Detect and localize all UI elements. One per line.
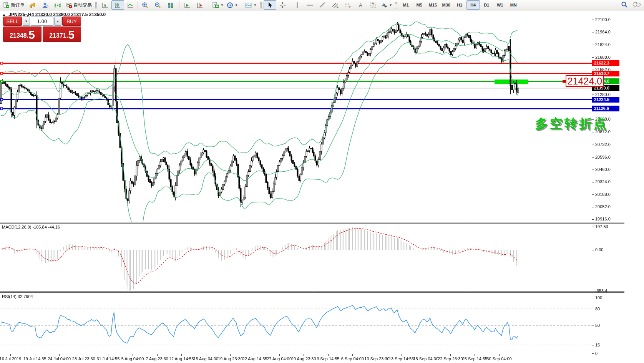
date-label: 27 Aug 04:00 — [267, 356, 292, 361]
timeframe-MN[interactable]: MN — [507, 0, 520, 10]
arrows-button[interactable]: ▼ — [380, 0, 394, 10]
toolbar-right — [621, 0, 641, 10]
volume-up-button[interactable]: ▲ — [54, 17, 61, 26]
megaphone-icon — [29, 2, 36, 8]
line-chart-button[interactable] — [124, 0, 137, 10]
signals-button[interactable] — [51, 0, 64, 10]
cursor-button[interactable] — [264, 0, 276, 10]
timeframe-M1[interactable]: M1 — [399, 0, 413, 10]
text-button[interactable]: A — [354, 0, 367, 10]
toolbar-group-objects: E F A T ▼ — [263, 0, 395, 10]
buy-price-main: 21371. — [49, 31, 68, 41]
new-order-button[interactable]: 新订单 — [2, 0, 26, 10]
toolbar-handle2 — [260, 2, 262, 8]
svg-text:T: T — [372, 3, 375, 8]
hline-price-tag: 21126.6 — [592, 106, 619, 111]
price-tick: 21280.0 — [595, 92, 611, 97]
price-tick: 21824.0 — [595, 42, 611, 47]
indicators-button[interactable]: ▼ — [211, 0, 225, 10]
date-label: 3 Sep 14:55 — [317, 356, 339, 361]
trendline-button[interactable] — [316, 0, 329, 10]
timeframe-H1[interactable]: H1 — [453, 0, 466, 10]
zoom-out-button[interactable] — [151, 0, 164, 10]
tile-windows-button[interactable] — [164, 0, 177, 10]
horizontal-line-button[interactable] — [304, 0, 316, 10]
timeframe-D1[interactable]: D1 — [480, 0, 493, 10]
macd-label: MACD(12,26,9) -105.84 -44.16 — [2, 225, 60, 229]
arrows-caret-icon: ▼ — [389, 3, 392, 7]
signals-icon — [55, 2, 61, 8]
candlestick-chart-button[interactable] — [111, 0, 124, 10]
timeframe-W1[interactable]: W1 — [493, 0, 507, 10]
crosshair-button[interactable] — [276, 0, 289, 10]
date-label: 30 Sep 04:00 — [486, 356, 511, 361]
rsi-tick: 50 — [595, 323, 600, 328]
new-order-icon — [3, 2, 10, 8]
date-label: 22 Aug 14:55 — [242, 356, 267, 361]
price-tick: 19916.0 — [595, 217, 611, 221]
templates-caret-icon: ▼ — [254, 3, 257, 7]
timeframe-H4[interactable]: H4 — [466, 0, 480, 10]
periods-caret-icon: ▼ — [235, 3, 238, 7]
timeframe-M5[interactable]: M5 — [413, 0, 426, 10]
timeframe-M30[interactable]: M30 — [440, 0, 453, 10]
chat-icon[interactable] — [632, 1, 641, 10]
chart-shift-button[interactable] — [194, 0, 206, 10]
chart-canvas[interactable] — [0, 0, 644, 363]
toolbar-handle3 — [395, 2, 397, 8]
date-label: 16 Jul 2019 — [0, 356, 21, 361]
svg-text:A: A — [359, 2, 362, 8]
toolbar-handle — [95, 2, 97, 8]
toolbar-group-timeframes: M1M5M15M30H1H4D1W1MN — [398, 0, 522, 10]
vertical-line-button[interactable] — [291, 0, 304, 10]
price-callout[interactable]: 21424.0 — [566, 75, 604, 87]
search-icon[interactable] — [621, 1, 628, 10]
zoom-in-icon — [142, 2, 148, 8]
templates-icon — [245, 2, 252, 8]
auto-scroll-button[interactable] — [181, 0, 194, 10]
channel-icon: E — [332, 2, 339, 8]
community-button[interactable] — [39, 0, 51, 10]
chart-shift-icon — [197, 2, 203, 8]
volume-down-button[interactable]: ▼ — [23, 17, 30, 26]
indicators-icon — [212, 2, 219, 8]
zoom-in-button[interactable] — [139, 0, 151, 10]
price-tick: 22100.0 — [595, 17, 611, 22]
rsi-tick: 100 — [595, 295, 602, 300]
bar-chart-button[interactable] — [99, 0, 111, 10]
bar-chart-icon — [102, 2, 108, 8]
date-label: 12 Aug 14:55 — [169, 356, 194, 361]
buy-button[interactable]: BUY — [62, 17, 81, 26]
templates-button[interactable]: ▼ — [244, 0, 258, 10]
rsi-tick: 15 — [595, 343, 600, 347]
autotrade-label: 自动交易 — [73, 2, 92, 8]
timeframe-M15[interactable]: M15 — [426, 0, 440, 10]
autotrade-button[interactable]: 自动交易 — [64, 0, 93, 10]
periods-button[interactable]: ▼ — [225, 0, 239, 10]
periods-clock-icon — [227, 2, 233, 8]
fibonacci-button[interactable]: F — [342, 0, 354, 10]
sell-button[interactable]: SELL — [3, 17, 22, 26]
text-label-button[interactable]: T — [367, 0, 380, 10]
news-button[interactable] — [26, 0, 39, 10]
equidistant-channel-button[interactable]: E — [329, 0, 342, 10]
macd-tick: -353.4 — [595, 288, 607, 293]
date-label: 31 Jul 14:55 — [96, 356, 120, 361]
price-tick: 20596.0 — [595, 155, 611, 159]
date-label: 5 Aug 04:00 — [121, 356, 144, 361]
sell-price[interactable]: 21348. 5 — [3, 27, 41, 42]
toolbar-group-charttype — [98, 0, 178, 10]
collapse-arrow-icon[interactable]: ▲ — [2, 13, 6, 17]
main-toolbar: 新订单 自动交易 — [0, 0, 644, 10]
svg-text:F: F — [349, 6, 351, 8]
toolbar-group-standard: 新订单 自动交易 — [1, 0, 95, 10]
date-label: 29 Aug 23:30 — [291, 356, 316, 361]
new-order-label: 新订单 — [11, 2, 25, 8]
volume-input[interactable]: 1.00 — [31, 17, 53, 26]
date-label: 6 Sep 04:00 — [341, 356, 364, 361]
buy-price[interactable]: 21371. 5 — [43, 27, 81, 42]
community-icon — [42, 2, 48, 8]
date-label: 10 Sep 23:30 — [364, 356, 389, 361]
text-label-icon: T — [370, 2, 377, 8]
tile-windows-icon — [167, 2, 174, 8]
